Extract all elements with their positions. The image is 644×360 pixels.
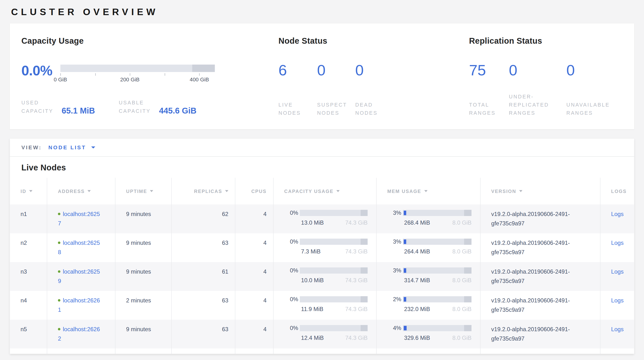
capacity-bar <box>60 65 215 72</box>
suspect-nodes-value: 0 <box>317 62 355 79</box>
usage-bar-reserved-segment <box>464 267 472 274</box>
logs-link[interactable]: Logs <box>611 240 624 246</box>
cpus-cell: 4 <box>235 233 273 262</box>
replicas-cell: 61 <box>172 262 236 291</box>
used-capacity-label: USED CAPACITY <box>21 99 58 115</box>
node-address-link[interactable]: localhost:26262 <box>58 326 100 342</box>
capacity-usage-cell: 0%7.3 MiB74.3 GiB <box>274 233 376 262</box>
live-nodes-label: LIVE NODES <box>278 101 311 117</box>
node-address-link[interactable]: localhost:26257 <box>58 211 100 227</box>
axis-label-400: 400 GiB <box>190 77 209 83</box>
version-cell: v19.2.0-alpha.20190606-2491-gfe735c9a97 <box>480 320 601 348</box>
node-address-link[interactable]: localhost:26261 <box>58 297 100 313</box>
column-header-label: REPLICAS <box>194 189 222 194</box>
version-text: v19.2.0-alpha.20190606-2491-gfe735c9a97 <box>491 238 572 257</box>
node-status-section: Node Status 6 LIVE NODES 0 SUSPECT NODES… <box>278 36 469 129</box>
address-wrap: localhost:26261 <box>58 296 102 315</box>
tick-mark <box>199 73 200 76</box>
live-status-dot-icon <box>58 241 60 244</box>
empty-cell <box>274 348 376 354</box>
capacity-axis-ticks <box>60 72 215 76</box>
node-table-header: IDADDRESSUPTIMEREPLICASCPUSCAPACITY USAG… <box>10 178 634 205</box>
logs-link[interactable]: Logs <box>611 297 624 304</box>
usage-bar-used-segment <box>404 240 406 244</box>
capacity-usage-heading: Capacity Usage <box>21 36 278 46</box>
usage-used-value: 264.4 MiB <box>404 247 430 256</box>
address-wrap: localhost:26258 <box>58 238 102 257</box>
capacity-usage-cell: 0%13.0 MiB74.3 GiB <box>274 205 376 233</box>
chevron-down-icon[interactable] <box>91 146 95 148</box>
address-cell: localhost:26261 <box>47 291 116 320</box>
usage-percent: 3% <box>392 210 401 216</box>
usable-capacity-stat: USABLE CAPACITY 445.6 GiB <box>119 99 196 115</box>
view-selector-dropdown[interactable]: NODE LIST <box>48 144 86 151</box>
usage-percent: 4% <box>392 325 401 331</box>
mem-usage-cell: 3%264.4 MiB8.0 GiB <box>376 233 480 262</box>
column-header-label: VERSION <box>491 189 516 194</box>
logs-link[interactable]: Logs <box>611 326 624 332</box>
column-header-uptime[interactable]: UPTIME <box>116 178 172 205</box>
address-cell: localhost:26258 <box>47 233 116 262</box>
uptime-cell: 9 minutes <box>116 233 172 262</box>
column-header-mem-usage[interactable]: MEM USAGE <box>376 178 480 205</box>
capacity-usage-cell: 0%12.4 MiB74.3 GiB <box>274 320 376 348</box>
address-wrap: localhost:26257 <box>58 210 102 229</box>
usage-used-value: 314.7 MiB <box>404 276 430 285</box>
sort-descending-icon[interactable] <box>424 190 428 192</box>
node-address-link[interactable]: localhost:26259 <box>58 268 100 284</box>
table-row-n1: n1localhost:262579 minutes6240%13.0 MiB7… <box>10 205 634 233</box>
sort-descending-icon[interactable] <box>88 190 91 192</box>
used-capacity-value: 65.1 MiB <box>62 106 95 115</box>
column-header-label: UPTIME <box>126 189 147 194</box>
version-cell: v19.2.0-alpha.20190606-2491-gfe735c9a97 <box>480 233 601 262</box>
column-header-capacity-usage[interactable]: CAPACITY USAGE <box>274 178 376 205</box>
usage-bar <box>300 325 368 331</box>
live-nodes-heading-wrap: Live Nodes <box>10 157 634 177</box>
under-replicated-ranges-stat: 0 UNDER-REPLICATED RANGES <box>509 62 566 117</box>
usage-values: 10.0 MiB74.3 GiB <box>300 276 368 285</box>
used-capacity-stat: USED CAPACITY 65.1 MiB <box>21 99 95 115</box>
usage-percent: 3% <box>392 238 401 245</box>
tick-mark <box>95 73 96 76</box>
replicas-cell: 63 <box>172 291 236 320</box>
usage-bar-used-segment <box>404 211 406 215</box>
empty-cell <box>47 348 116 354</box>
cpus-cell: 4 <box>235 205 273 233</box>
dead-nodes-stat: 0 DEAD NODES <box>355 62 469 117</box>
axis-label-200: 200 GiB <box>120 77 140 83</box>
usage-bar <box>403 239 472 245</box>
column-header-version[interactable]: VERSION <box>480 178 601 205</box>
live-status-dot-icon <box>58 328 60 330</box>
column-header-replicas[interactable]: REPLICAS <box>172 178 236 205</box>
uptime-cell: 9 minutes <box>116 205 172 233</box>
node-table-body: n1localhost:262579 minutes6240%13.0 MiB7… <box>10 205 634 354</box>
mem-usage-cell: 4%329.6 MiB8.0 GiB <box>376 320 480 348</box>
column-header-id[interactable]: ID <box>10 178 47 205</box>
sort-descending-icon[interactable] <box>519 190 522 192</box>
sort-descending-icon[interactable] <box>150 190 153 192</box>
logs-link[interactable]: Logs <box>611 268 624 275</box>
column-header-address[interactable]: ADDRESS <box>47 178 116 205</box>
usage-total-value: 8.0 GiB <box>452 218 472 228</box>
logs-link[interactable]: Logs <box>611 211 624 217</box>
usage-used-value: 10.0 MiB <box>301 276 324 285</box>
sort-descending-icon[interactable] <box>336 190 340 192</box>
summary-panel: Capacity Usage 0.0% 0 GiB <box>10 24 634 129</box>
usage-percent: 0% <box>288 267 298 274</box>
table-row-n5: n5localhost:262629 minutes6340%12.4 MiB7… <box>10 320 634 348</box>
usage-values: 268.4 MiB8.0 GiB <box>403 218 472 228</box>
node-status-heading: Node Status <box>278 36 469 46</box>
cpus-cell: 4 <box>235 320 273 348</box>
node-address-link[interactable]: localhost:26258 <box>58 240 100 256</box>
node-id-cell: n1 <box>10 205 47 233</box>
sort-descending-icon[interactable] <box>225 190 228 192</box>
live-nodes-panel: VIEW: NODE LIST Live Nodes IDADDRESSUPTI… <box>10 139 634 354</box>
logs-cell: Logs <box>600 291 634 320</box>
capacity-gauge: 0.0% 0 GiB 200 GiB 400 <box>21 63 278 83</box>
empty-cell <box>172 348 236 354</box>
empty-cell <box>235 348 273 354</box>
usage-bar <box>403 325 472 331</box>
empty-cell <box>480 348 601 354</box>
sort-descending-icon[interactable] <box>29 190 32 192</box>
capacity-stats: USED CAPACITY 65.1 MiB USABLE CAPACITY 4… <box>21 99 278 115</box>
